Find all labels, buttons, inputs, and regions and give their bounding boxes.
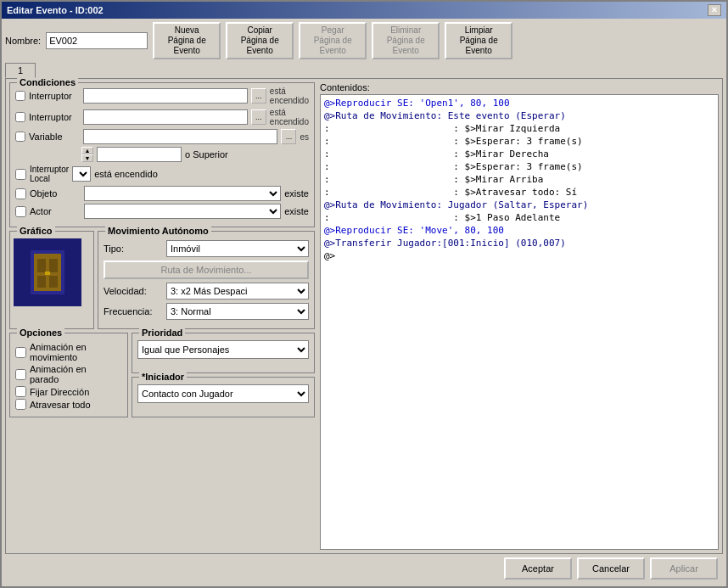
svg-rect-5: [37, 276, 46, 288]
svg-rect-7: [45, 272, 50, 275]
iniciador-select[interactable]: Contacto con Jugador: [137, 384, 309, 403]
title-bar: Editar Evento - ID:002 ✕: [2, 2, 726, 19]
animacion-parado-label: Animación enparado: [30, 364, 87, 384]
objeto-label: Objeto: [30, 188, 81, 199]
tipo-row: Tipo: Inmóvil: [104, 240, 309, 257]
content-line-1: @>Reproducir SE: 'Open1', 80, 100: [322, 97, 716, 109]
spinner-down[interactable]: ▼: [81, 154, 93, 162]
interruptor-2-checkbox[interactable]: [15, 112, 25, 122]
interruptor-local-label: InterruptorLocal: [30, 165, 69, 183]
atravesar-todo-label: Atravesar todo: [30, 400, 91, 410]
cancelar-button[interactable]: Cancelar: [577, 557, 645, 580]
spinner-row: ▲ ▼ o Superior: [15, 147, 309, 162]
grafico-label: Gráfico: [17, 226, 55, 236]
frecuencia-label: Frecuencia:: [104, 306, 163, 316]
velocidad-select[interactable]: 3: x2 Más Despaci: [166, 283, 309, 300]
content-line-7: : : $>Mirar Arriba: [322, 173, 716, 186]
nombre-input[interactable]: [46, 32, 148, 49]
close-button[interactable]: ✕: [708, 4, 721, 16]
eliminar-pagina-button[interactable]: EliminarPágina deEvento: [372, 22, 440, 59]
left-column: Condiciones Interruptor ... estáencendid…: [9, 82, 315, 550]
main-panel: Condiciones Interruptor ... estáencendid…: [5, 78, 723, 554]
main-window: Editar Evento - ID:002 ✕ Nombre: NuevaPá…: [0, 0, 728, 588]
grafico-movimiento-area: Gráfico: [9, 231, 315, 329]
svg-rect-3: [37, 259, 46, 272]
content-line-13: @>: [322, 249, 716, 262]
pegar-pagina-button[interactable]: PegarPágina deEvento: [299, 22, 367, 59]
spinner-input[interactable]: [97, 147, 182, 162]
interruptor-1-status: estáencendido: [270, 87, 309, 105]
opcion-animacion-movimiento: Animación enmovimiento: [15, 342, 122, 362]
interruptor-2-status: estáencendido: [270, 108, 309, 126]
fijar-direccion-checkbox[interactable]: [15, 386, 26, 397]
grafico-canvas[interactable]: [14, 238, 81, 306]
spinner-label: o Superior: [185, 149, 228, 160]
prioridad-label: Prioridad: [139, 328, 185, 338]
spinner-up[interactable]: ▲: [81, 147, 93, 154]
interruptor-row-2: Interruptor ... estáencendido: [15, 108, 309, 126]
actor-select[interactable]: [84, 204, 281, 219]
interruptor-1-checkbox[interactable]: [15, 91, 25, 101]
ruta-movimiento-button[interactable]: Ruta de Movimiento...: [104, 260, 309, 279]
tab-1[interactable]: 1: [5, 63, 36, 78]
animacion-parado-checkbox[interactable]: [15, 369, 26, 380]
interruptor-row-1: Interruptor ... estáencendido: [15, 87, 309, 105]
tipo-select[interactable]: Inmóvil: [166, 240, 309, 257]
aceptar-button[interactable]: Aceptar: [504, 557, 572, 580]
nueva-pagina-button[interactable]: NuevaPágina deEvento: [153, 22, 221, 59]
variable-checkbox[interactable]: [15, 132, 25, 142]
velocidad-label: Velocidad:: [104, 286, 163, 296]
interruptor-2-dots-button[interactable]: ...: [251, 109, 266, 125]
spinner-control[interactable]: ▲ ▼: [81, 147, 93, 162]
prioridad-select[interactable]: Igual que Personajes: [137, 340, 309, 359]
objeto-status: existe: [284, 188, 309, 199]
sprite-graphic: [17, 242, 78, 303]
content-line-3: : : $>Mirar Izquierda: [322, 122, 716, 135]
frecuencia-select[interactable]: 3: Normal: [166, 303, 309, 320]
objeto-select[interactable]: [84, 186, 281, 201]
prioridad-group: Prioridad Igual que Personajes: [132, 333, 315, 373]
contenidos-box[interactable]: @>Reproducir SE: 'Open1', 80, 100 @>Ruta…: [320, 94, 719, 550]
objeto-row: Objeto existe: [15, 186, 309, 201]
aplicar-button[interactable]: Aplicar: [650, 557, 718, 580]
tipo-label: Tipo:: [104, 244, 163, 254]
condiciones-group: Condiciones Interruptor ... estáencendid…: [9, 82, 315, 227]
content-line-9: @>Ruta de Movimiento: Jugador (Saltar, E…: [322, 199, 716, 211]
movimiento-label: Movimiento Autónomo: [105, 226, 211, 236]
movimiento-group: Movimiento Autónomo Tipo: Inmóvil Ruta d…: [98, 231, 315, 329]
opciones-prioridad-area: Opciones Animación enmovimiento Animació…: [9, 333, 315, 417]
interruptor-local-row: InterruptorLocal está encendido: [15, 165, 309, 183]
prioridad-iniciador-stack: Prioridad Igual que Personajes *Iniciado…: [132, 333, 315, 417]
content-line-5: : : $>Mirar Derecha: [322, 148, 716, 160]
content-line-8: : : $>Atravesar todo: Sí: [322, 186, 716, 199]
copiar-pagina-button[interactable]: CopiarPágina deEvento: [226, 22, 294, 59]
interruptor-1-input[interactable]: [83, 88, 248, 104]
svg-rect-6: [49, 276, 58, 288]
velocidad-row: Velocidad: 3: x2 Más Despaci: [104, 283, 309, 300]
variable-dots-button[interactable]: ...: [281, 129, 296, 144]
tab-bar: 1: [5, 63, 723, 78]
content-line-11: @>Reproducir SE: 'Move', 80, 100: [322, 224, 716, 237]
atravesar-todo-checkbox[interactable]: [15, 399, 26, 410]
actor-label: Actor: [30, 206, 81, 216]
limpiar-pagina-button[interactable]: LimpiarPágina deEvento: [445, 22, 512, 59]
interruptor-local-status: está encendido: [94, 169, 158, 179]
window-title: Editar Evento - ID:002: [7, 5, 104, 15]
iniciador-group: *Iniciador Contacto con Jugador: [132, 377, 315, 417]
content-line-2: @>Ruta de Movimiento: Este evento (Esper…: [322, 109, 716, 122]
variable-label: Variable: [29, 132, 80, 142]
interruptor-1-label: Interruptor: [29, 91, 80, 101]
interruptor-1-dots-button[interactable]: ...: [251, 88, 266, 104]
interruptor-local-checkbox[interactable]: [15, 169, 26, 180]
animacion-movimiento-checkbox[interactable]: [15, 347, 26, 358]
actor-checkbox[interactable]: [15, 206, 26, 217]
opciones-group: Opciones Animación enmovimiento Animació…: [9, 333, 128, 417]
content-line-10: : : $>1 Paso Adelante: [322, 211, 716, 224]
content-line-4: : : $>Esperar: 3 frame(s): [322, 135, 716, 148]
variable-input[interactable]: [83, 129, 277, 144]
opcion-atravesar-todo: Atravesar todo: [15, 399, 122, 410]
top-bar: Nombre: NuevaPágina deEvento CopiarPágin…: [5, 22, 723, 59]
interruptor-local-select[interactable]: [72, 166, 91, 182]
objeto-checkbox[interactable]: [15, 188, 26, 199]
interruptor-2-input[interactable]: [83, 109, 248, 125]
